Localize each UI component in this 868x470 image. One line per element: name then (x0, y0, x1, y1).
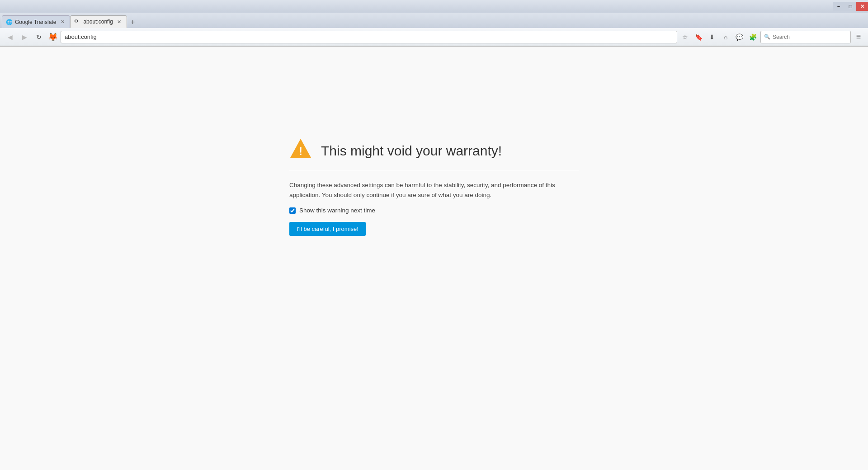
tab-favicon-google-translate: 🌐 (6, 19, 12, 25)
warning-header: ! This might void your warranty! (289, 137, 579, 171)
menu-button[interactable]: ≡ (853, 31, 864, 43)
search-wrapper: 🔍 (760, 31, 851, 43)
tab-favicon-about-config: ⚙ (74, 19, 80, 25)
title-bar: − □ ✕ (0, 0, 868, 13)
tab-title-about-config: about:config (83, 19, 113, 25)
tab-title-google-translate: Google Translate (15, 19, 56, 25)
reload-button[interactable]: ↻ (33, 31, 45, 43)
bookmark-star-button[interactable]: ☆ (679, 31, 691, 43)
warning-body: Changing these advanced settings can be … (289, 180, 579, 236)
new-tab-button[interactable]: + (127, 16, 139, 28)
show-warning-checkbox[interactable] (289, 207, 296, 214)
address-bar[interactable] (61, 31, 677, 43)
tab-close-about-config[interactable]: ✕ (116, 18, 123, 25)
maximize-button[interactable]: □ (844, 2, 856, 11)
back-button[interactable]: ◀ (4, 31, 16, 43)
nav-bar: ◀ ▶ ↻ 🦊 ☆ 🔖 ⬇ ⌂ 💬 🧩 🔍 ≡ (0, 28, 868, 46)
tab-google-translate[interactable]: 🌐 Google Translate ✕ (2, 15, 70, 28)
tab-close-google-translate[interactable]: ✕ (59, 19, 66, 26)
show-warning-row: Show this warning next time (289, 207, 579, 214)
download-button[interactable]: ⬇ (706, 31, 718, 43)
sync-button[interactable]: 💬 (733, 31, 745, 43)
window-controls: − □ ✕ (833, 0, 868, 13)
warning-icon: ! (289, 137, 312, 164)
show-warning-label[interactable]: Show this warning next time (299, 207, 375, 214)
firefox-logo: 🦊 (48, 32, 58, 42)
page-title: This might void your warranty! (321, 143, 502, 159)
minimize-button[interactable]: − (833, 2, 844, 11)
window-chrome: − □ ✕ 🌐 Google Translate ✕ ⚙ about:confi… (0, 0, 868, 47)
search-input[interactable] (760, 31, 851, 43)
forward-button[interactable]: ▶ (18, 31, 31, 43)
svg-text:!: ! (299, 145, 302, 157)
home-button[interactable]: ⌂ (720, 31, 731, 43)
pocket-button[interactable]: 🔖 (693, 31, 704, 43)
extensions-button[interactable]: 🧩 (747, 31, 759, 43)
close-button[interactable]: ✕ (856, 2, 868, 11)
tab-bar: 🌐 Google Translate ✕ ⚙ about:config ✕ + (0, 13, 868, 28)
tab-about-config[interactable]: ⚙ about:config ✕ (70, 15, 127, 28)
promise-button[interactable]: I'll be careful, I promise! (289, 222, 366, 236)
page-content: ! This might void your warranty! Changin… (0, 47, 868, 470)
warning-triangle-icon: ! (289, 137, 312, 160)
warning-container: ! This might void your warranty! Changin… (289, 137, 579, 236)
warning-description: Changing these advanced settings can be … (289, 180, 579, 200)
